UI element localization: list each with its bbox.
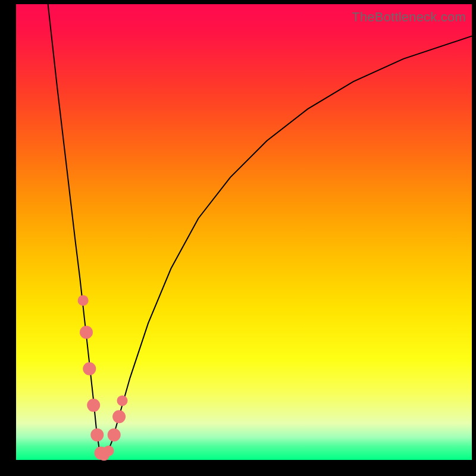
data-marker [87,399,100,412]
chart-frame: TheBottleneck.com [0,0,476,476]
plot-area: TheBottleneck.com [16,4,472,460]
data-marker [104,446,114,456]
data-marker [90,428,104,441]
data-marker [78,295,89,306]
curve-path [48,4,472,458]
marker-group [78,295,128,461]
data-marker [108,428,121,441]
data-marker [117,395,128,406]
data-marker [112,410,126,423]
data-marker [80,326,93,339]
data-marker [83,362,96,375]
bottleneck-curve [16,4,472,460]
